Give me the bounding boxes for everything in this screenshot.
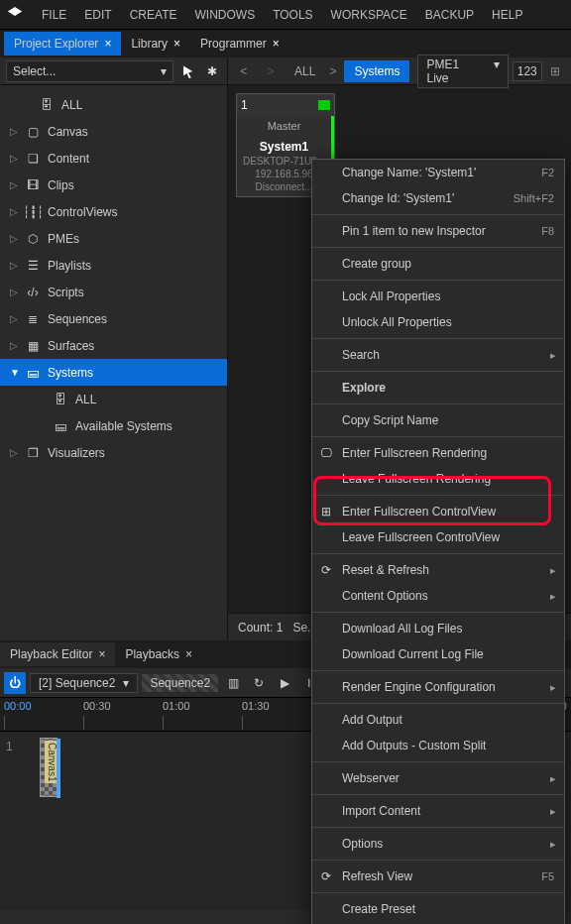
tab-programmer[interactable]: Programmer × [190, 32, 289, 56]
tab-project-explorer[interactable]: Project Explorer × [4, 32, 121, 56]
menu-item[interactable]: Leave Fullscreen ControlView [312, 524, 564, 550]
sequence-selector[interactable]: [2] Sequence2▾ [30, 673, 138, 693]
close-icon[interactable]: × [98, 647, 105, 661]
menu-item[interactable]: Explore [312, 375, 564, 401]
menu-item[interactable]: Import Content▸ [312, 798, 564, 824]
select-dropdown[interactable]: Select... ▾ [6, 60, 173, 82]
caret-icon: ▷ [10, 260, 18, 271]
menu-separator [312, 280, 564, 281]
tree-clips[interactable]: ▷🎞Clips [0, 172, 227, 198]
menu-item[interactable]: Create group [312, 251, 564, 277]
grid-icon[interactable]: ⊞ [546, 61, 565, 81]
tree-systems-all[interactable]: 🗄ALL [0, 386, 227, 412]
menu-item[interactable]: Webserver▸ [312, 765, 564, 791]
breadcrumb: < > ALL > Systems PME1 Live▾ 123 ⊞ [228, 58, 571, 85]
menu-item[interactable]: ⟳Reset & Refresh▸ [312, 557, 564, 583]
close-icon[interactable]: × [173, 37, 180, 51]
menu-item-label: Render Engine Configuration [342, 680, 496, 694]
badge-123[interactable]: 123 [513, 61, 542, 81]
menu-item[interactable]: Search▸ [312, 342, 564, 368]
count-label: Count: 1 [238, 621, 283, 635]
tree-all[interactable]: 🗄ALL [0, 91, 227, 118]
menu-item[interactable]: Content Options▸ [312, 583, 564, 609]
menu-item[interactable]: Options▸ [312, 831, 564, 857]
menu-item-label: Enter Fullscreen Rendering [342, 446, 487, 460]
menu-item[interactable]: ⊞Enter Fullscreen ControlView [312, 499, 564, 524]
shortcut: F2 [541, 167, 554, 178]
menu-item-label: Webserver [342, 771, 400, 785]
tab-label: Library [131, 37, 168, 51]
menu-windows[interactable]: WINDOWS [194, 8, 255, 22]
menu-item[interactable]: ⟳Refresh ViewF5 [312, 864, 564, 889]
caret-icon: ▷ [10, 153, 18, 164]
tree-visualizers[interactable]: ▷❒Visualizers [0, 439, 227, 466]
menu-create[interactable]: CREATE [130, 8, 177, 22]
tree-surfaces[interactable]: ▷▦Surfaces [0, 332, 227, 359]
menu-separator [312, 761, 564, 762]
clip-handle[interactable] [57, 739, 60, 798]
menu-item[interactable]: 🖵Enter Fullscreen Rendering [312, 440, 564, 466]
reload-icon[interactable]: ↻ [248, 672, 270, 694]
crumb-systems[interactable]: Systems [344, 60, 409, 82]
menu-item[interactable]: Download All Log Files [312, 616, 564, 641]
menu-item-label: Leave Fullscreen ControlView [342, 530, 500, 544]
tree-content[interactable]: ▷❏Content [0, 145, 227, 172]
menu-item[interactable]: Unlock All Properties [312, 309, 564, 335]
menu-item[interactable]: Leave Fullscreen Rendering [312, 466, 564, 492]
menu-item-label: Reset & Refresh [342, 563, 429, 577]
tree-systems[interactable]: ▼🖴Systems [0, 359, 227, 386]
pointer-icon[interactable] [179, 62, 197, 80]
menu-item[interactable]: Copy Script Name [312, 407, 564, 433]
tab-playbacks[interactable]: Playbacks× [115, 642, 202, 666]
close-icon[interactable]: × [273, 37, 280, 51]
menu-item[interactable]: Download Current Log File [312, 641, 564, 667]
sequence-name[interactable]: Sequence2 [142, 674, 218, 692]
menu-backup[interactable]: BACKUP [425, 8, 474, 22]
menu-item[interactable]: Create Preset [312, 896, 564, 922]
tree-playlists[interactable]: ▷☰Playlists [0, 252, 227, 279]
menu-item-label: Import Content [342, 804, 420, 818]
play-button[interactable]: ▶ [274, 672, 295, 694]
menu-separator [312, 436, 564, 437]
menu-tools[interactable]: TOOLS [273, 8, 312, 22]
back-button[interactable]: < [234, 61, 254, 81]
caret-icon: ▷ [10, 206, 18, 217]
tree-sequences[interactable]: ▷≣Sequences [0, 305, 227, 332]
power-button[interactable]: ⏻ [4, 672, 26, 694]
menu-edit[interactable]: EDIT [84, 8, 111, 22]
list-icon: ☰ [24, 259, 42, 273]
square-icon: ▢ [24, 125, 42, 139]
menu-item[interactable]: Add Output [312, 707, 564, 733]
grid-icon: ⊞ [318, 505, 334, 519]
tab-library[interactable]: Library × [121, 32, 190, 56]
chevron-right-icon: > [329, 64, 336, 78]
caret-icon: ▷ [10, 340, 18, 351]
menu-item[interactable]: Render Engine Configuration▸ [312, 674, 564, 700]
gear-icon[interactable]: ✱ [203, 62, 221, 80]
tab-playback-editor[interactable]: Playback Editor× [0, 642, 115, 666]
close-icon[interactable]: × [185, 647, 192, 661]
forward-button[interactable]: > [262, 61, 282, 81]
submenu-arrow-icon: ▸ [550, 349, 556, 362]
menu-help[interactable]: HELP [492, 8, 522, 22]
clip[interactable]: Canvas1 [40, 738, 57, 797]
menu-item-label: Download Current Log File [342, 647, 484, 661]
tree-canvas[interactable]: ▷▢Canvas [0, 118, 227, 145]
menu-item[interactable]: Lock All Properties [312, 284, 564, 309]
menu-item[interactable]: Pin 1 item to new InspectorF8 [312, 218, 564, 244]
menu-workspace[interactable]: WORKSPACE [331, 8, 407, 22]
menu-item[interactable]: Add Outputs - Custom Split [312, 733, 564, 758]
tree-pmes[interactable]: ▷⬡PMEs [0, 225, 227, 252]
edit-icon[interactable]: ▥ [222, 672, 244, 694]
menu-item[interactable]: Change Name: 'System1'F2 [312, 160, 564, 185]
menu-item-label: Change Id: 'System1' [342, 191, 454, 205]
pme-dropdown[interactable]: PME1 Live▾ [417, 55, 508, 88]
tree-scripts[interactable]: ▷‹/›Scripts [0, 279, 227, 305]
menu-item[interactable]: Change Id: 'System1'Shift+F2 [312, 185, 564, 211]
menu-file[interactable]: FILE [42, 8, 66, 22]
crumb-all[interactable]: ALL [288, 62, 321, 80]
close-icon[interactable]: × [104, 37, 111, 51]
tree-controlviews[interactable]: ▷┆┇┆ControlViews [0, 198, 227, 225]
screen-icon: 🖵 [318, 446, 334, 460]
tree-available-systems[interactable]: 🖴Available Systems [0, 412, 227, 439]
